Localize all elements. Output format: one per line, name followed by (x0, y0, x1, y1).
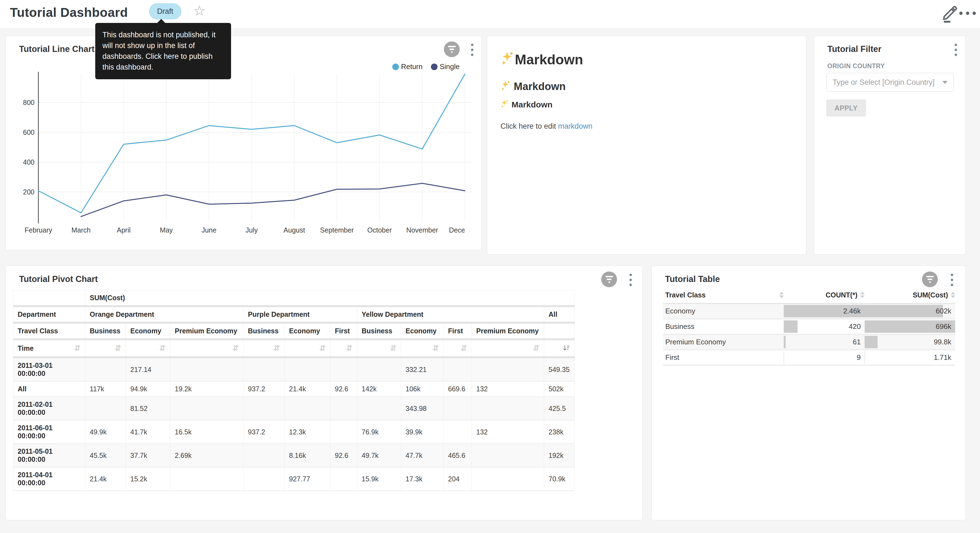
pivot-row-label: 2011-05-01 00:00:00 (13, 444, 85, 467)
column-header-count[interactable]: COUNT(*) (784, 291, 865, 299)
svg-text:June: June (202, 226, 216, 234)
pivot-data-row: 2011-06-01 00:00:0049.9k41.7k16.5k937.21… (13, 420, 575, 444)
svg-text:September: September (320, 226, 354, 234)
sort-icon[interactable]: ⇵ (274, 345, 280, 352)
sort-icon[interactable]: ⇵ (533, 345, 539, 352)
sum-cost-cell: 602k (865, 304, 955, 318)
draft-badge[interactable]: Draft (149, 3, 181, 19)
markdown-h2: Markdown (501, 80, 566, 94)
filter-kebab-menu-icon[interactable] (955, 44, 957, 56)
pivot-cell: 343.98 (401, 397, 444, 420)
pivot-corner-travel-class: Travel Class (13, 323, 85, 340)
pivot-cell: 238k (544, 420, 575, 444)
data-table: Travel ClassCOUNT(*)SUM(Cost)Economy2.46… (663, 287, 955, 366)
column-sort-icon[interactable] (860, 292, 865, 298)
svg-text:200: 200 (23, 188, 35, 196)
travel-class-cell: Economy (663, 304, 784, 318)
pivot-cell (85, 357, 126, 381)
sum-cost-cell: 99.8k (865, 335, 955, 349)
column-header-sum-cost[interactable]: SUM(Cost) (865, 291, 955, 299)
origin-country-label: ORIGIN COUNTRY (827, 62, 885, 70)
pivot-row-label: 2011-04-01 00:00:00 (13, 467, 85, 491)
dashboard-title: Tutorial Dashboard (10, 5, 128, 20)
pivot-cell: 502k (544, 381, 575, 397)
sort-icon[interactable]: ⇵ (433, 345, 439, 352)
markdown-h3: Markdown (501, 99, 552, 110)
pivot-col-header: Economy (126, 323, 170, 340)
pivot-col-header: Premium Economy (472, 323, 544, 340)
table-card-title: Tutorial Table (665, 274, 720, 284)
dashboard-page: { "colors": { "return": "#53ADD3", "sing… (0, 0, 980, 533)
svg-text:March: March (72, 226, 91, 234)
sort-icon[interactable]: ⇵ (232, 345, 239, 352)
pivot-cell (170, 397, 243, 420)
chart-kebab-menu-icon[interactable] (629, 274, 632, 286)
sum-bar (865, 336, 878, 348)
column-sort-icon[interactable] (951, 292, 955, 298)
more-options-icon[interactable] (959, 11, 976, 15)
pivot-cell (85, 397, 126, 420)
sort-icon[interactable]: ⇵ (461, 345, 467, 352)
svg-text:April: April (117, 226, 130, 234)
column-header-travel-class[interactable]: Travel Class (663, 291, 784, 299)
pivot-cell: 217.14 (126, 357, 170, 381)
sort-desc-icon[interactable] (563, 345, 570, 352)
apply-button[interactable]: APPLY (826, 99, 866, 116)
unpublished-tooltip: This dashboard is not published, it will… (95, 23, 231, 79)
pivot-cell (472, 357, 544, 381)
pivot-col-header: Business (357, 323, 401, 340)
pivot-cell: 142k (357, 381, 401, 397)
table-row: Business420696k (663, 319, 955, 335)
pivot-cell (243, 397, 285, 420)
line-chart-card: Tutorial Line Chart ReturnSingle 2004006… (6, 36, 482, 250)
edit-pencil-icon[interactable] (941, 4, 959, 24)
pivot-cell: 47.7k (401, 444, 444, 467)
count-cell: 2.46k (784, 304, 865, 318)
pivot-cell: 425.5 (544, 397, 575, 420)
column-sort-icon[interactable] (779, 292, 784, 298)
pivot-col-header: Business (85, 323, 126, 340)
pivot-group-header: Orange Department (85, 306, 243, 323)
chart-kebab-menu-icon[interactable] (951, 274, 953, 286)
pivot-cell: 16.5k (170, 420, 243, 444)
filter-scope-icon[interactable] (922, 271, 938, 287)
sum-cost-cell: 1.71k (865, 351, 955, 365)
pivot-cell (472, 444, 544, 467)
svg-text:December: December (449, 226, 473, 234)
markdown-edit-link[interactable]: markdown (558, 122, 593, 130)
pivot-cell: 76.9k (357, 420, 401, 444)
filter-card: Tutorial Filter ORIGIN COUNTRY Type or S… (814, 36, 966, 255)
sort-icon[interactable]: ⇵ (320, 345, 326, 352)
pivot-group-header: Yellow Department (357, 306, 544, 323)
svg-text:August: August (283, 226, 305, 234)
pivot-row-label: 2011-06-01 00:00:00 (13, 420, 85, 444)
pivot-row-label: 2011-02-01 00:00:00 (13, 397, 85, 420)
sort-icon[interactable]: ⇵ (346, 345, 353, 352)
pivot-cell (331, 397, 357, 420)
pivot-cell: 92.6 (331, 381, 357, 397)
count-bar (784, 351, 784, 364)
pivot-cell: 21.4k (285, 381, 331, 397)
sparkles-icon (501, 99, 509, 110)
pivot-cell: 94.9k (126, 381, 170, 397)
svg-text:600: 600 (23, 128, 35, 136)
svg-text:February: February (25, 226, 52, 234)
filter-scope-icon[interactable] (601, 271, 617, 287)
origin-country-select[interactable]: Type or Select [Origin Country] (826, 73, 954, 92)
pivot-cell: 106k (401, 381, 444, 397)
favorite-star-icon[interactable]: ☆ (193, 3, 206, 19)
pivot-corner-department: Department (13, 306, 85, 323)
select-placeholder: Type or Select [Origin Country] (833, 78, 940, 87)
sort-icon[interactable]: ⇵ (159, 345, 165, 352)
sort-icon[interactable]: ⇵ (390, 345, 396, 352)
x-axis-labels: FebruaryMarchAprilMayJuneJulyAugustSepte… (25, 226, 473, 234)
pivot-cell: 37.7k (126, 444, 170, 467)
pivot-cell: 49.7k (357, 444, 401, 467)
table-row: Economy2.46k602k (663, 304, 955, 319)
pivot-col-header: First (444, 323, 472, 340)
sort-icon[interactable]: ⇵ (115, 345, 121, 352)
sort-icon[interactable]: ⇵ (74, 345, 81, 352)
pivot-row-label: All (13, 381, 85, 397)
pivot-cell (331, 467, 357, 491)
pivot-group-header: Purple Department (243, 306, 357, 323)
